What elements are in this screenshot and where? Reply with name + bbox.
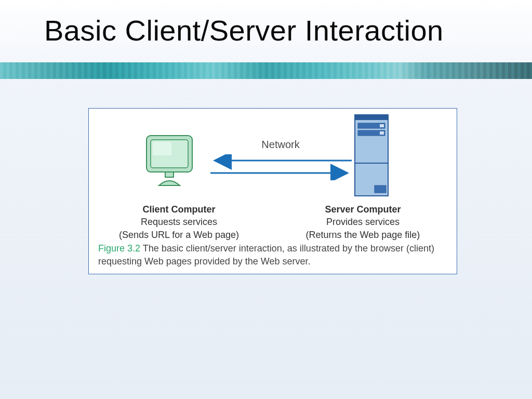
network-arrows <box>208 154 354 180</box>
server-line1: Provides services <box>269 216 457 228</box>
svg-rect-9 <box>375 185 386 193</box>
server-heading: Server Computer <box>269 203 457 216</box>
client-caption: Client Computer Requests services (Sends… <box>89 203 269 241</box>
svg-rect-3 <box>165 172 174 177</box>
captions-row: Client Computer Requests services (Sends… <box>89 203 457 241</box>
server-computer-icon <box>354 114 389 197</box>
svg-rect-10 <box>380 124 384 127</box>
figure-label: Figure 3.2 <box>98 243 140 254</box>
slide: Basic Client/Server Interaction <box>0 0 532 399</box>
figure-caption: Figure 3.2 The basic client/server inter… <box>98 242 447 268</box>
figure-panel: Network Client <box>88 108 457 274</box>
client-line1: Requests services <box>89 216 269 228</box>
figure-caption-text: The basic client/server interaction, as … <box>98 243 434 266</box>
client-heading: Client Computer <box>89 203 269 216</box>
slide-title: Basic Client/Server Interaction <box>44 14 444 47</box>
diagram-row: Network <box>89 109 457 202</box>
network-label: Network <box>89 139 457 151</box>
client-line2: (Sends URL for a Web page) <box>89 229 269 241</box>
svg-rect-11 <box>380 131 384 135</box>
accent-bar <box>0 62 532 79</box>
svg-rect-5 <box>355 115 388 120</box>
server-line2: (Returns the Web page file) <box>269 229 457 241</box>
server-caption: Server Computer Provides services (Retur… <box>269 203 457 241</box>
